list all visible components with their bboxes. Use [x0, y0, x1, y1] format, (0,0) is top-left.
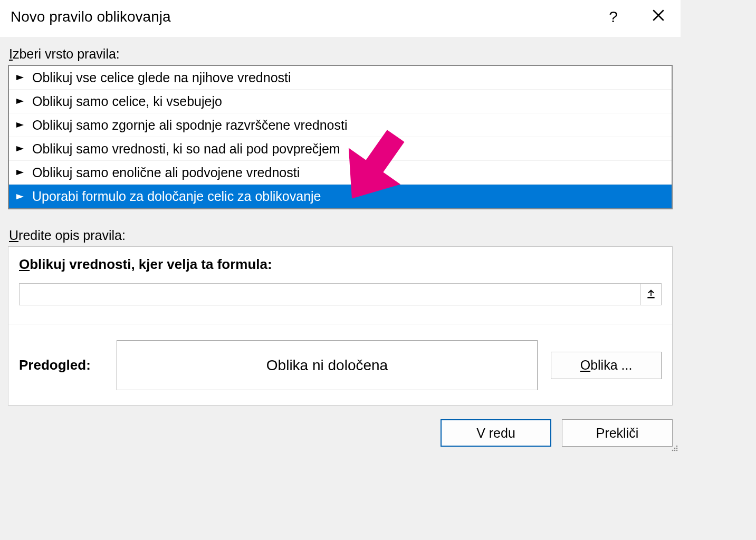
close-icon — [652, 8, 665, 22]
svg-marker-1 — [16, 99, 24, 104]
preview-row: Predogled: Oblika ni določena Oblika ... — [19, 340, 662, 390]
titlebar-controls: ? — [601, 8, 670, 26]
rule-type-item[interactable]: Oblikuj vse celice glede na njihove vred… — [9, 66, 672, 90]
svg-point-10 — [674, 448, 676, 449]
rule-type-label: Oblikuj samo zgornje ali spodnje razvršč… — [32, 118, 348, 133]
rule-bullet-icon — [16, 98, 27, 104]
rule-type-list[interactable]: Oblikuj vse celice glede na njihove vred… — [8, 65, 673, 209]
rule-type-label: Oblikuj samo celice, ki vsebujejo — [32, 94, 222, 109]
rule-type-label: Oblikuj samo enolične ali podvojene vred… — [32, 165, 300, 180]
svg-marker-5 — [16, 194, 24, 199]
formula-input[interactable] — [20, 284, 640, 305]
rule-bullet-icon — [16, 74, 27, 81]
format-values-where-label: Oblikuj vrednosti, kjer velja ta formula… — [19, 256, 662, 273]
edit-rule-description-section: Uredite opis pravila: Oblikuj vrednosti,… — [8, 228, 673, 406]
dialog-new-formatting-rule: Novo pravilo oblikovanja ? Izberi vrsto … — [0, 0, 681, 453]
svg-point-9 — [676, 446, 678, 447]
rule-type-item[interactable]: Oblikuj samo zgornje ali spodnje razvršč… — [9, 113, 672, 137]
rule-type-label: Oblikuj vse celice glede na njihove vred… — [32, 70, 291, 85]
svg-marker-2 — [16, 122, 24, 128]
dialog-title: Novo pravilo oblikovanja — [11, 8, 601, 25]
rule-bullet-icon — [16, 122, 27, 128]
rule-bullet-icon — [16, 194, 27, 200]
svg-point-14 — [676, 450, 678, 451]
formula-input-row — [19, 283, 662, 305]
preview-label: Predogled: — [19, 357, 103, 373]
rule-bullet-icon — [16, 169, 27, 176]
titlebar: Novo pravilo oblikovanja ? — [0, 0, 681, 37]
svg-rect-6 — [647, 297, 654, 298]
collapse-dialog-icon — [646, 289, 656, 300]
rule-type-item[interactable]: Oblikuj samo vrednosti, ki so nad ali po… — [9, 137, 672, 161]
help-button[interactable]: ? — [601, 8, 625, 26]
rule-description-box: Oblikuj vrednosti, kjer velja ta formula… — [8, 246, 673, 406]
svg-marker-4 — [16, 170, 24, 175]
edit-rule-description-label: Uredite opis pravila: — [8, 228, 673, 243]
svg-point-13 — [674, 450, 676, 451]
close-button[interactable] — [646, 8, 670, 26]
range-selector-button[interactable] — [640, 284, 661, 305]
svg-point-12 — [672, 450, 674, 451]
dialog-content: Izberi vrsto pravila: Oblikuj vse celice… — [0, 37, 681, 410]
rule-bullet-icon — [16, 146, 27, 152]
resize-grip-icon[interactable] — [670, 443, 678, 452]
rule-type-item[interactable]: Oblikuj samo celice, ki vsebujejo — [9, 90, 672, 113]
ok-button[interactable]: V redu — [441, 419, 551, 447]
format-button[interactable]: Oblika ... — [551, 352, 662, 379]
rule-type-label: Uporabi formulo za določanje celic za ob… — [32, 189, 321, 204]
select-rule-type-label: Izberi vrsto pravila: — [8, 46, 673, 62]
svg-marker-0 — [16, 75, 24, 80]
rule-type-item[interactable]: Oblikuj samo enolične ali podvojene vred… — [9, 161, 672, 185]
divider — [8, 324, 672, 324]
svg-marker-3 — [16, 146, 24, 151]
preview-box: Oblika ni določena — [117, 340, 538, 390]
svg-point-11 — [676, 448, 678, 449]
rule-type-item[interactable]: Uporabi formulo za določanje celic za ob… — [9, 185, 672, 208]
cancel-button[interactable]: Prekliči — [562, 419, 673, 447]
rule-type-label: Oblikuj samo vrednosti, ki so nad ali po… — [32, 141, 340, 157]
dialog-button-row: V redu Prekliči — [0, 410, 681, 453]
